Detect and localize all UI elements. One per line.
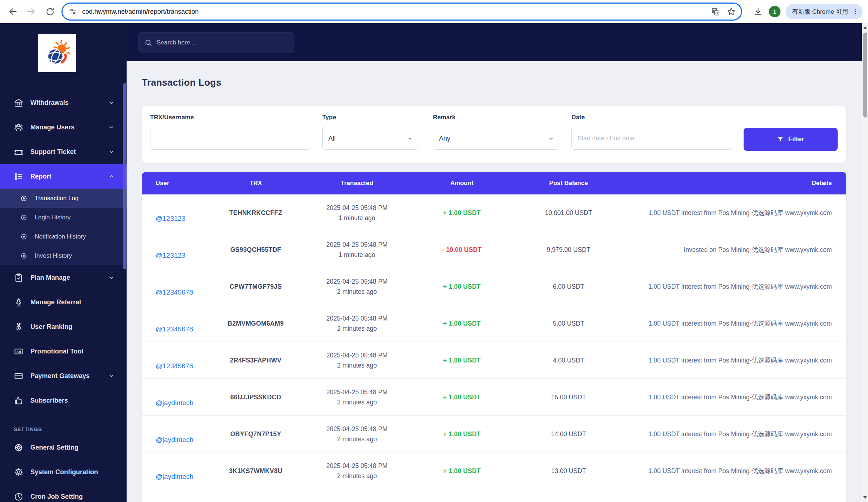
user-link[interactable]: @jaydintech: [156, 473, 193, 481]
table-row-partial: 2025-04-25 05:48 PM: [142, 489, 846, 502]
user-link[interactable]: @123123: [156, 215, 186, 223]
svg-text:G: G: [715, 11, 718, 15]
radio-dot-icon: [20, 233, 27, 240]
brand-logo[interactable]: [38, 34, 76, 72]
ad-icon: Ad: [14, 347, 24, 356]
global-search[interactable]: [138, 32, 294, 53]
transacted-ago: 1 minute ago: [305, 213, 409, 223]
sidebar-item-manage-referral[interactable]: Manage Referral: [0, 290, 127, 314]
user-link[interactable]: @12345678: [156, 325, 193, 333]
browser-profile-badge[interactable]: 1: [769, 6, 780, 17]
reload-icon[interactable]: [42, 4, 58, 20]
transacted-cell: 2025-04-25 05:48 PM 2 minutes ago: [305, 313, 409, 334]
page-scrollbar[interactable]: [862, 23, 868, 502]
transacted-ago: 2 minutes ago: [305, 287, 409, 297]
type-select[interactable]: All: [322, 127, 418, 150]
bookmark-star-icon[interactable]: [727, 7, 736, 16]
chevron-up-icon: [109, 173, 114, 179]
user-link[interactable]: @123123: [156, 252, 186, 259]
details-text: 1.00 USDT interest from Pos Mining-优选源码库…: [623, 356, 846, 365]
gear-icon: [14, 467, 24, 477]
sidebar-item-manage-users[interactable]: Manage Users: [0, 115, 127, 140]
details-text: 1.00 USDT interest from Pos Mining-优选源码库…: [623, 430, 846, 438]
sidebar-item-cron-job-setting[interactable]: Cron Job Setting: [0, 484, 127, 502]
details-text: 1.00 USDT interest from Pos Mining-优选源码库…: [623, 282, 846, 291]
post-balance-value: 6.00 USDT: [514, 283, 623, 291]
transacted-cell: 2025-04-25 05:48 PM 2 minutes ago: [305, 424, 409, 444]
trx-code: TEHNKRKCCFFZ: [207, 209, 305, 217]
transacted-ago: 1 minute ago: [305, 250, 409, 260]
user-link[interactable]: @jaydintech: [156, 399, 193, 407]
trx-code: OBYFQ7N7P15Y: [207, 430, 305, 438]
table-row: @jaydintech 3K1KS7WMKV8U 2025-04-25 05:4…: [142, 452, 846, 489]
column-header-transacted: Transacted: [305, 180, 409, 187]
sidebar-scrollbar[interactable]: [123, 83, 126, 269]
transacted-cell: 2025-04-25 05:48 PM 2 minutes ago: [305, 461, 409, 481]
url-text[interactable]: cod.hwymw.net/admin/report/transaction: [82, 8, 704, 16]
submenu-item-transaction-log[interactable]: Transaction Log: [0, 189, 127, 208]
sidebar-item-withdrawals[interactable]: Withdrawals: [0, 90, 127, 115]
chrome-update-button[interactable]: 有新版 Chrome 可用: [786, 4, 863, 19]
user-link[interactable]: @jaydintech: [156, 436, 193, 444]
submenu-item-notification-history[interactable]: Notification History: [0, 227, 127, 246]
search-input[interactable]: [157, 39, 288, 46]
date-range-input[interactable]: [571, 127, 732, 150]
sidebar-item-plan-manage[interactable]: Plan Manage: [0, 265, 127, 290]
details-text: 1.00 USDT interest from Pos Mining-优选源码库…: [623, 319, 846, 328]
trx-username-field: TRX/Username: [150, 114, 310, 150]
sidebar-item-payment-gateways[interactable]: Payment Gateways: [0, 364, 127, 388]
user-link[interactable]: @12345678: [156, 288, 193, 296]
forward-icon[interactable]: [23, 4, 39, 20]
sidebar-item-label: Cron Job Setting: [30, 493, 83, 501]
transacted-date: 2025-04-25 05:48 PM: [305, 313, 409, 323]
download-icon[interactable]: [750, 4, 766, 20]
settings-section-heading: SETTINGS: [0, 413, 127, 435]
table-row: @12345678 B2MVMGOM6AM9 2025-04-25 05:48 …: [142, 305, 846, 342]
sidebar-item-label: Promotional Tool: [30, 348, 84, 355]
amount-value: + 1.00 USDT: [443, 467, 481, 475]
scrollbar-up-arrow[interactable]: [863, 26, 867, 29]
site-settings-icon[interactable]: [68, 7, 77, 16]
remark-label: Remark: [433, 114, 559, 121]
filter-button[interactable]: Filter: [744, 128, 838, 151]
trx-username-input[interactable]: [150, 127, 310, 150]
filter-panel: TRX/Username Type All Remark Any: [142, 106, 846, 163]
scrollbar-thumb[interactable]: [863, 33, 867, 117]
submenu-item-invest-history[interactable]: Invest History: [0, 246, 127, 265]
trx-code: 2R4FS3FAPHWV: [207, 357, 305, 364]
sidebar-item-general-setting[interactable]: General Setting: [0, 435, 127, 460]
transacted-date: 2025-04-25 05:48 PM: [305, 424, 409, 434]
page-title: Transaction Logs: [142, 77, 221, 88]
kebab-menu-icon[interactable]: [852, 8, 859, 15]
search-icon: [144, 39, 152, 47]
submenu-item-label: Notification History: [35, 233, 86, 240]
transacted-date: 2025-04-25 05:48 PM: [305, 276, 409, 287]
sidebar-item-subscribers[interactable]: Subscribers: [0, 388, 127, 413]
address-bar[interactable]: cod.hwymw.net/admin/report/transaction 文…: [61, 3, 742, 21]
sidebar-item-system-configuration[interactable]: System Configuration: [0, 460, 127, 484]
submenu-item-label: Transaction Log: [35, 195, 78, 202]
transacted-ago: 2 minutes ago: [305, 323, 409, 334]
details-text: Invested on Pos Mining-优选源码库 www.yxymk.c…: [623, 245, 846, 254]
sidebar-item-report[interactable]: Report: [0, 164, 127, 189]
post-balance-value: 4.00 USDT: [514, 357, 623, 364]
header-bar: yxymkcom: [127, 23, 862, 61]
submenu-item-login-history[interactable]: Login History: [0, 208, 127, 227]
sidebar-item-promotional-tool[interactable]: Ad Promotional Tool: [0, 339, 127, 364]
user-link[interactable]: @12345678: [156, 362, 193, 370]
column-header-user: User: [142, 180, 207, 187]
trx-code: 3K1KS7WMKV8U: [207, 467, 305, 475]
scrollbar-down-arrow[interactable]: [863, 496, 867, 499]
back-icon[interactable]: [5, 4, 21, 20]
transacted-cell: 2025-04-25 05:48 PM 2 minutes ago: [305, 387, 409, 407]
clipboard-icon: [14, 273, 24, 283]
translate-icon[interactable]: 文G: [711, 7, 720, 16]
transacted-date: 2025-04-25 05:48 PM: [305, 387, 409, 397]
sidebar-item-support-ticket[interactable]: Support Ticket: [0, 140, 127, 164]
transacted-date: 2025-04-25 05:48 PM: [305, 240, 409, 250]
remark-select[interactable]: Any: [433, 127, 559, 150]
amount-value: + 1.00 USDT: [443, 320, 481, 327]
clock-icon: [14, 492, 24, 502]
sidebar-item-user-ranking[interactable]: User Ranking: [0, 314, 127, 339]
sidebar-nav: Withdrawals Manage Users Support Ticket: [0, 90, 127, 502]
